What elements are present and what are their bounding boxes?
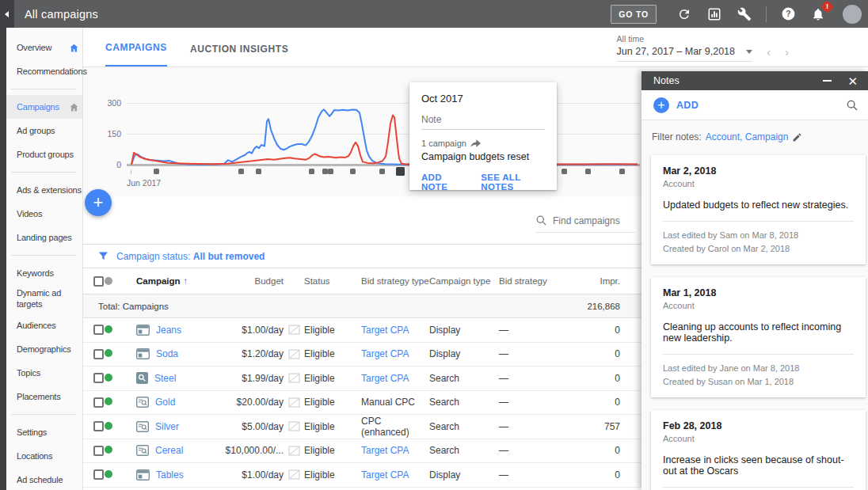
sidebar-item-audiences[interactable]: Audiences xyxy=(6,313,82,337)
note-marker[interactable] xyxy=(309,169,314,174)
sidebar-item-settings[interactable]: Settings xyxy=(6,420,82,444)
sidebar-item-videos[interactable]: Videos xyxy=(6,202,82,226)
note-marker[interactable] xyxy=(238,169,244,174)
budget-edit-icon[interactable] xyxy=(284,349,304,359)
column-status[interactable]: Status xyxy=(304,276,361,286)
sidebar-item-product-groups[interactable]: Product groups xyxy=(6,142,82,166)
date-range-picker[interactable]: All time Jun 27, 2017 – Mar 9,2018 xyxy=(617,34,752,62)
enabled-status-dot[interactable] xyxy=(105,446,112,454)
avatar[interactable] xyxy=(843,5,862,24)
column-campaign[interactable]: Campaign↑ xyxy=(125,276,220,286)
go-to-button[interactable]: GO TO xyxy=(611,5,657,24)
bid-strategy-type[interactable]: Target CPA xyxy=(361,469,429,481)
campaign-name-link[interactable]: Tables xyxy=(156,469,184,481)
sidebar-item-demographics[interactable]: Demographics xyxy=(6,337,82,361)
note-card[interactable]: Mar 2, 2018AccountUpdated budgets to ref… xyxy=(651,155,866,264)
campaign-name-link[interactable]: Soda xyxy=(156,348,178,359)
note-card[interactable]: Feb 28, 2018AccountIncrease in clicks se… xyxy=(651,410,866,490)
sidebar-item-placements[interactable]: Placements xyxy=(6,385,82,408)
sidebar-item-ads-extensions[interactable]: Ads & extensions xyxy=(6,178,82,202)
note-marker-selected[interactable] xyxy=(396,167,405,176)
campaign-name-link[interactable]: Steel xyxy=(154,373,176,384)
campaign-name-link[interactable]: Cereal xyxy=(155,445,183,456)
budget-edit-icon[interactable] xyxy=(284,469,304,480)
campaign-name-link[interactable]: Silver xyxy=(155,421,179,432)
row-checkbox[interactable] xyxy=(93,397,104,408)
column-impr[interactable]: Impr. xyxy=(559,276,641,286)
notes-search-button[interactable] xyxy=(846,99,858,112)
note-marker[interactable] xyxy=(585,169,591,174)
sidebar-item-recommendations[interactable]: Recommendations xyxy=(6,59,82,83)
row-checkbox[interactable] xyxy=(93,325,104,335)
column-bid-strategy-type[interactable]: Bid strategy type xyxy=(361,276,429,286)
see-all-notes-button[interactable]: SEE ALL NOTES xyxy=(481,173,545,192)
note-marker[interactable] xyxy=(350,169,356,174)
edit-pencil-icon[interactable] xyxy=(792,132,802,142)
campaign-name-link[interactable]: Gold xyxy=(155,397,175,408)
notifications-button[interactable]: ! xyxy=(809,6,827,23)
enabled-status-dot[interactable] xyxy=(105,349,112,357)
row-checkbox[interactable] xyxy=(93,469,104,480)
enabled-status-dot[interactable] xyxy=(105,374,112,382)
enabled-status-dot[interactable] xyxy=(105,422,112,430)
reports-button[interactable] xyxy=(706,6,723,23)
collapse-nav-button[interactable] xyxy=(0,0,14,28)
note-marker[interactable] xyxy=(154,169,159,174)
budget-edit-icon[interactable] xyxy=(284,397,304,408)
campaign-name-link[interactable]: Jeans xyxy=(156,325,181,336)
sidebar-item-campaigns[interactable]: Campaigns xyxy=(6,95,82,119)
note-marker[interactable] xyxy=(562,169,567,174)
note-marker[interactable] xyxy=(322,169,328,174)
refresh-button[interactable] xyxy=(676,6,693,23)
note-marker[interactable] xyxy=(328,169,333,174)
bid-strategy-type[interactable]: Target CPA xyxy=(361,373,429,384)
budget-edit-icon[interactable] xyxy=(284,446,304,456)
row-checkbox[interactable] xyxy=(93,373,104,383)
row-checkbox[interactable] xyxy=(93,349,104,359)
column-bid-strategy[interactable]: Bid strategy xyxy=(499,276,559,286)
notes-filter-value[interactable]: Account, Campaign xyxy=(706,131,789,142)
bid-strategy-type[interactable]: Target CPA xyxy=(361,348,429,359)
budget-edit-icon[interactable] xyxy=(284,421,304,431)
note-marker[interactable] xyxy=(256,169,261,174)
sidebar-item-locations[interactable]: Locations xyxy=(6,444,82,468)
left-collapse-rail[interactable] xyxy=(0,28,6,490)
sidebar-item-overview[interactable]: Overview xyxy=(6,36,82,59)
date-prev-button[interactable]: ‹ xyxy=(767,45,771,59)
column-campaign-type[interactable]: Campaign type xyxy=(429,276,499,286)
enabled-status-dot[interactable] xyxy=(105,325,112,333)
bid-strategy-type[interactable]: Target CPA xyxy=(361,325,429,336)
add-note-circle-button[interactable]: + xyxy=(653,97,669,113)
tab-campaigns[interactable]: CAMPAIGNS xyxy=(105,42,167,66)
add-note-button[interactable]: ADD NOTE xyxy=(421,173,463,192)
add-campaign-fab[interactable]: + xyxy=(85,189,112,216)
note-card[interactable]: Mar 1, 2018AccountCleaning up accounts t… xyxy=(651,277,866,397)
find-campaigns-search[interactable] xyxy=(535,215,635,233)
add-note-label[interactable]: ADD xyxy=(676,100,699,111)
sidebar-item-topics[interactable]: Topics xyxy=(6,361,82,385)
row-checkbox[interactable] xyxy=(93,421,104,431)
sidebar-item-landing-pages[interactable]: Landing pages xyxy=(6,226,82,249)
enabled-status-dot[interactable] xyxy=(105,397,112,405)
sidebar-item-keywords[interactable]: Keywords xyxy=(6,261,82,285)
sidebar-item-dynamic-ad-targets[interactable]: Dynamic ad targets xyxy=(6,285,82,313)
close-icon[interactable]: ✕ xyxy=(847,75,858,87)
budget-edit-icon[interactable] xyxy=(284,325,304,335)
minimize-icon[interactable] xyxy=(823,80,832,82)
tab-auction-insights[interactable]: AUCTION INSIGHTS xyxy=(190,44,288,66)
date-next-button[interactable]: › xyxy=(785,45,789,59)
budget-edit-icon[interactable] xyxy=(284,373,304,383)
tools-button[interactable] xyxy=(736,6,753,23)
row-checkbox[interactable] xyxy=(93,446,104,456)
search-input[interactable] xyxy=(553,215,628,226)
column-budget[interactable]: Budget xyxy=(220,276,284,286)
note-input[interactable] xyxy=(421,111,545,130)
help-button[interactable]: ? xyxy=(779,6,797,23)
note-marker[interactable] xyxy=(379,169,385,174)
sidebar-item-ad-groups[interactable]: Ad groups xyxy=(6,119,82,142)
select-all-checkbox[interactable] xyxy=(93,276,104,287)
enabled-status-dot[interactable] xyxy=(105,470,112,478)
campaign-status-filter[interactable]: Campaign status: All but removed xyxy=(83,244,641,268)
note-marker[interactable] xyxy=(619,169,625,174)
bid-strategy-type[interactable]: Target CPA xyxy=(361,445,429,456)
